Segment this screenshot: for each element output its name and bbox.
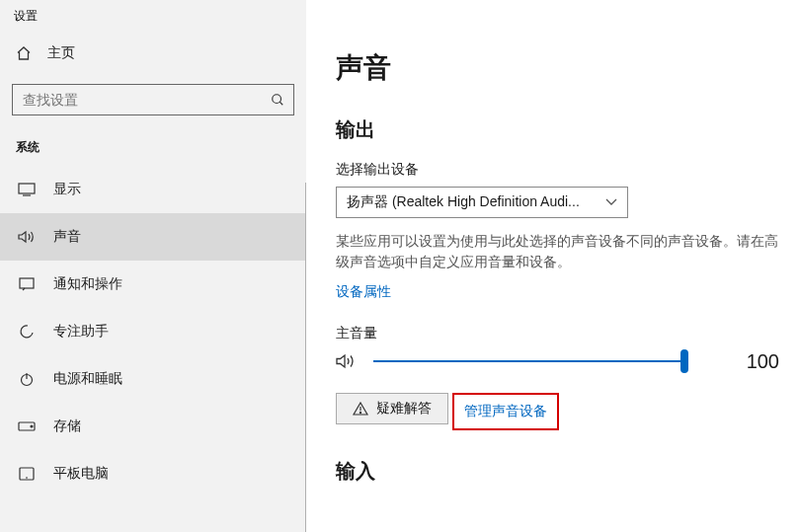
input-heading: 输入 [336,458,779,485]
output-device-value: 扬声器 (Realtek High Definition Audi... [347,193,580,211]
search-icon [270,93,285,107]
volume-track [373,360,684,362]
sidebar-item-label: 平板电脑 [53,465,109,483]
sidebar-item-label: 显示 [53,181,81,198]
content-area: 声音 输出 选择输出设备 扬声器 (Realtek High Definitio… [306,0,799,532]
sidebar-item-sound[interactable]: 声音 [0,213,306,261]
volume-slider[interactable] [373,351,684,371]
sidebar-item-label: 电源和睡眠 [53,370,122,388]
sidebar-item-storage[interactable]: 存储 [0,403,306,450]
highlight-box: 管理声音设备 [452,393,559,430]
storage-icon [18,421,36,431]
tablet-icon [18,467,36,481]
sound-icon [18,229,36,245]
output-description: 某些应用可以设置为使用与此处选择的声音设备不同的声音设备。请在高级声音选项中自定… [336,232,779,273]
output-heading: 输出 [336,116,779,143]
sidebar-item-focus[interactable]: 专注助手 [0,308,306,355]
sidebar: 设置 主页 系统 [0,0,306,532]
nav-group-label: 系统 [0,115,306,166]
sidebar-item-power[interactable]: 电源和睡眠 [0,355,306,403]
page-title: 声音 [336,49,779,87]
volume-icon[interactable] [336,352,358,370]
search-box[interactable] [12,84,294,115]
home-icon [16,45,32,61]
focus-icon [18,324,36,340]
chevron-down-icon [605,195,617,209]
sidebar-item-label: 存储 [53,418,81,435]
svg-rect-1 [19,184,35,193]
sidebar-item-display[interactable]: 显示 [0,166,306,213]
troubleshoot-button[interactable]: 疑难解答 [336,393,448,424]
sidebar-item-tablet[interactable]: 平板电脑 [0,450,306,497]
warning-icon [353,402,368,416]
home-nav[interactable]: 主页 [0,33,306,74]
device-properties-link[interactable]: 设备属性 [336,283,779,301]
sidebar-item-label: 专注助手 [53,323,109,341]
power-icon [18,371,36,387]
svg-point-5 [31,425,33,427]
sidebar-item-label: 声音 [53,228,81,246]
volume-thumb[interactable] [680,349,688,373]
output-device-select[interactable]: 扬声器 (Realtek High Definition Audi... [336,187,628,218]
svg-point-7 [360,412,360,413]
output-device-label: 选择输出设备 [336,161,779,179]
sidebar-item-notifications[interactable]: 通知和操作 [0,261,306,308]
troubleshoot-label: 疑难解答 [376,400,432,418]
search-input[interactable] [21,91,270,109]
notifications-icon [18,277,36,291]
master-volume-label: 主音量 [336,325,779,342]
svg-rect-2 [20,278,34,288]
home-label: 主页 [47,44,75,62]
manage-sound-devices-link[interactable]: 管理声音设备 [464,403,547,420]
volume-value: 100 [730,350,779,373]
window-title: 设置 [0,0,306,33]
sidebar-item-label: 通知和操作 [53,275,122,293]
display-icon [18,183,36,196]
